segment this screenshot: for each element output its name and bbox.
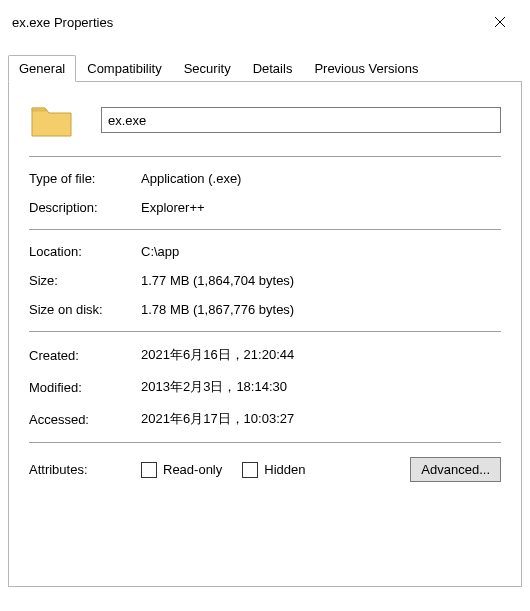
close-icon — [494, 16, 506, 28]
value-created: 2021年6月16日，21:20:44 — [141, 346, 294, 364]
label-attributes: Attributes: — [29, 462, 141, 477]
checkbox-readonly[interactable]: Read-only — [141, 462, 222, 478]
row-size: Size: 1.77 MB (1,864,704 bytes) — [29, 273, 501, 288]
row-description: Description: Explorer++ — [29, 200, 501, 215]
value-size: 1.77 MB (1,864,704 bytes) — [141, 273, 294, 288]
tab-compatibility[interactable]: Compatibility — [76, 55, 172, 81]
window-title: ex.exe Properties — [12, 15, 113, 30]
value-size-on-disk: 1.78 MB (1,867,776 bytes) — [141, 302, 294, 317]
tab-general[interactable]: General — [8, 55, 76, 82]
checkbox-box-icon — [141, 462, 157, 478]
divider — [29, 156, 501, 157]
value-type: Application (.exe) — [141, 171, 241, 186]
header-row — [29, 100, 501, 140]
tab-previous[interactable]: Previous Versions — [303, 55, 429, 81]
close-button[interactable] — [482, 8, 518, 36]
file-name-input[interactable] — [101, 107, 501, 133]
value-accessed: 2021年6月17日，10:03:27 — [141, 410, 294, 428]
label-modified: Modified: — [29, 380, 141, 395]
row-size-on-disk: Size on disk: 1.78 MB (1,867,776 bytes) — [29, 302, 501, 317]
value-description: Explorer++ — [141, 200, 205, 215]
divider — [29, 229, 501, 230]
value-modified: 2013年2月3日，18:14:30 — [141, 378, 287, 396]
checkbox-readonly-label: Read-only — [163, 462, 222, 477]
label-size: Size: — [29, 273, 141, 288]
checkbox-box-icon — [242, 462, 258, 478]
tab-security[interactable]: Security — [173, 55, 242, 81]
general-panel: Type of file: Application (.exe) Descrip… — [8, 81, 522, 587]
row-type: Type of file: Application (.exe) — [29, 171, 501, 186]
label-type: Type of file: — [29, 171, 141, 186]
row-created: Created: 2021年6月16日，21:20:44 — [29, 346, 501, 364]
checkbox-hidden[interactable]: Hidden — [242, 462, 305, 478]
title-bar: ex.exe Properties — [0, 0, 530, 36]
tab-details[interactable]: Details — [242, 55, 304, 81]
label-description: Description: — [29, 200, 141, 215]
label-location: Location: — [29, 244, 141, 259]
tab-strip: General Compatibility Security Details P… — [8, 54, 522, 81]
divider — [29, 331, 501, 332]
tab-area: General Compatibility Security Details P… — [8, 54, 522, 587]
row-modified: Modified: 2013年2月3日，18:14:30 — [29, 378, 501, 396]
row-accessed: Accessed: 2021年6月17日，10:03:27 — [29, 410, 501, 428]
value-location: C:\app — [141, 244, 179, 259]
label-size-on-disk: Size on disk: — [29, 302, 141, 317]
row-attributes: Attributes: Read-only Hidden Advanced... — [29, 457, 501, 482]
advanced-button[interactable]: Advanced... — [410, 457, 501, 482]
label-accessed: Accessed: — [29, 412, 141, 427]
divider — [29, 442, 501, 443]
row-location: Location: C:\app — [29, 244, 501, 259]
checkbox-hidden-label: Hidden — [264, 462, 305, 477]
folder-icon — [29, 100, 75, 140]
label-created: Created: — [29, 348, 141, 363]
properties-window: ex.exe Properties General Compatibility … — [0, 0, 530, 611]
